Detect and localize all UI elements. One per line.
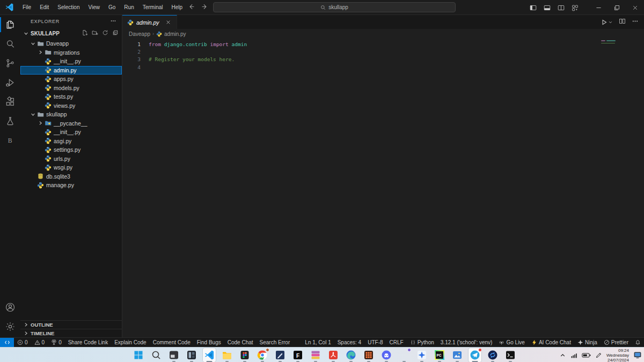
collapse-folders-icon[interactable] xyxy=(112,29,119,37)
battery-icon[interactable] xyxy=(582,352,591,358)
search-icon[interactable] xyxy=(0,34,20,54)
menu-go[interactable]: Go xyxy=(104,0,120,15)
tree-item-admin-py[interactable]: admin.py xyxy=(20,66,122,75)
new-file-icon[interactable] xyxy=(82,29,88,37)
taskbar-chrome[interactable] xyxy=(256,348,269,362)
project-section-header[interactable]: SKULLAPP xyxy=(20,28,122,39)
source-control-icon[interactable] xyxy=(0,54,20,73)
status-prettier[interactable]: Prettier xyxy=(601,338,632,348)
taskbar-sync-app[interactable] xyxy=(486,348,499,362)
tree-item-pycache[interactable]: __pycache__ xyxy=(20,119,122,128)
network-icon[interactable] xyxy=(570,352,577,359)
chevron-up-icon[interactable] xyxy=(559,352,566,359)
menu-edit[interactable]: Edit xyxy=(35,0,53,15)
taskbar-edge[interactable] xyxy=(345,348,357,362)
tree-item-asgi-py[interactable]: asgi.py xyxy=(20,137,122,146)
toggle-sidebar-icon[interactable] xyxy=(526,0,540,15)
taskbar-star-app[interactable] xyxy=(415,348,428,362)
more-actions-icon[interactable] xyxy=(632,17,639,27)
taskbar-discord[interactable] xyxy=(380,348,393,362)
tree-item-wsgi-py[interactable]: wsgi.py xyxy=(20,163,122,172)
close-button[interactable] xyxy=(626,0,644,15)
taskbar-telegram[interactable] xyxy=(469,348,481,362)
customize-layout-icon[interactable] xyxy=(568,0,582,15)
tree-item-init-py[interactable]: __init__.py xyxy=(20,128,122,137)
taskbar-acrobat[interactable] xyxy=(327,348,340,362)
run-button[interactable] xyxy=(601,17,613,27)
tab-admin-py[interactable]: admin.py xyxy=(122,15,177,29)
status-ai-code-chat[interactable]: AI Code Chat xyxy=(528,338,574,348)
explorer-icon[interactable] xyxy=(0,15,20,34)
b-ext-icon[interactable]: B xyxy=(0,131,20,150)
testing-icon[interactable] xyxy=(0,112,20,131)
minimap[interactable] xyxy=(601,40,620,45)
tree-item-tests-py[interactable]: tests.py xyxy=(20,92,122,101)
outline-section[interactable]: OUTLINE xyxy=(20,320,122,329)
tree-item-views-py[interactable]: views.py xyxy=(20,101,122,110)
settings-icon[interactable] xyxy=(0,317,20,336)
run-debug-icon[interactable] xyxy=(0,73,20,92)
tree-item-urls-py[interactable]: urls.py xyxy=(20,154,122,164)
pen-icon[interactable] xyxy=(595,352,602,359)
timeline-section[interactable]: TIMELINE xyxy=(20,329,122,337)
breadcrumb-file[interactable]: admin.py xyxy=(164,31,186,37)
tree-item-settings-py[interactable]: settings.py xyxy=(20,145,122,154)
taskbar-explorer[interactable] xyxy=(221,348,233,362)
taskbar-app-dark[interactable] xyxy=(167,348,180,362)
close-tab-icon[interactable] xyxy=(165,19,172,26)
taskbar-figma[interactable] xyxy=(238,348,251,362)
refresh-icon[interactable] xyxy=(102,29,108,37)
menu-help[interactable]: Help xyxy=(167,0,187,15)
tree-item-manage-py[interactable]: manage.py xyxy=(20,181,122,190)
tree-item-daveapp[interactable]: Daveapp xyxy=(20,39,122,48)
status-search-error[interactable]: Search Error xyxy=(257,338,294,348)
taskbar-chrome2[interactable] xyxy=(398,348,411,362)
status-spaces-4[interactable]: Spaces: 4 xyxy=(334,338,364,348)
taskbar-terminal[interactable] xyxy=(504,348,517,362)
split-layout-icon[interactable] xyxy=(554,0,568,15)
search-input[interactable]: skullapp xyxy=(213,2,456,12)
status-explain-code[interactable]: Explain Code xyxy=(111,338,149,348)
taskbar-vscode[interactable] xyxy=(203,348,216,362)
tray-app-icon[interactable] xyxy=(633,351,642,359)
taskbar-winrar[interactable] xyxy=(309,348,322,362)
minimize-button[interactable] xyxy=(589,0,608,15)
extensions-icon[interactable] xyxy=(0,92,20,112)
status-go-live[interactable]: Go Live xyxy=(495,338,528,348)
tree-item-apps-py[interactable]: apps.py xyxy=(20,75,122,84)
status-utf-8[interactable]: UTF-8 xyxy=(364,338,386,348)
taskbar-pycharm[interactable]: PC xyxy=(433,348,446,362)
taskbar-f-app[interactable]: F xyxy=(291,348,304,362)
tree-item-models-py[interactable]: models.py xyxy=(20,84,122,93)
breadcrumb[interactable]: Daveapp › admin.py xyxy=(122,29,644,39)
tree-item-migrations[interactable]: migrations xyxy=(20,48,122,57)
new-folder-icon[interactable] xyxy=(92,29,98,37)
clock[interactable]: 09:24 Wednesday 24/07/2024 xyxy=(606,348,629,362)
tree-item-init-py[interactable]: __init__.py xyxy=(20,57,122,66)
menu-terminal[interactable]: Terminal xyxy=(138,0,167,15)
menu-view[interactable]: View xyxy=(84,0,105,15)
taskbar-photos[interactable] xyxy=(451,348,464,362)
menu-file[interactable]: File xyxy=(18,0,35,15)
accounts-icon[interactable] xyxy=(0,298,20,317)
status-0[interactable]: 0 xyxy=(14,338,31,348)
code-editor[interactable]: 1from django.contrib import admin23# Reg… xyxy=(122,39,644,71)
back-icon[interactable] xyxy=(188,3,195,12)
status-ninja[interactable]: Ninja xyxy=(574,338,601,348)
split-editor-icon[interactable] xyxy=(619,17,626,27)
status-3-12-1-school-venv[interactable]: 3.12.1 ('school': venv) xyxy=(437,338,496,348)
status-python[interactable]: Python xyxy=(407,338,437,348)
taskbar-grid-app[interactable] xyxy=(362,348,375,362)
restore-button[interactable] xyxy=(608,0,626,15)
taskbar-start[interactable] xyxy=(132,348,145,362)
status-share-code-link[interactable]: Share Code Link xyxy=(65,338,112,348)
tree-item-db-sqlite3[interactable]: db.sqlite3 xyxy=(20,172,122,181)
status-find-bugs[interactable]: Find Bugs xyxy=(194,338,224,348)
status-0[interactable]: 0 xyxy=(48,338,65,348)
status-ln-1-col-1[interactable]: Ln 1, Col 1 xyxy=(302,338,334,348)
taskbar-pen-app[interactable] xyxy=(274,348,287,362)
status-code-chat[interactable]: Code Chat xyxy=(224,338,257,348)
forward-icon[interactable] xyxy=(201,3,208,12)
taskbar-app-widgets[interactable] xyxy=(185,348,198,362)
status-remote[interactable] xyxy=(0,338,14,348)
